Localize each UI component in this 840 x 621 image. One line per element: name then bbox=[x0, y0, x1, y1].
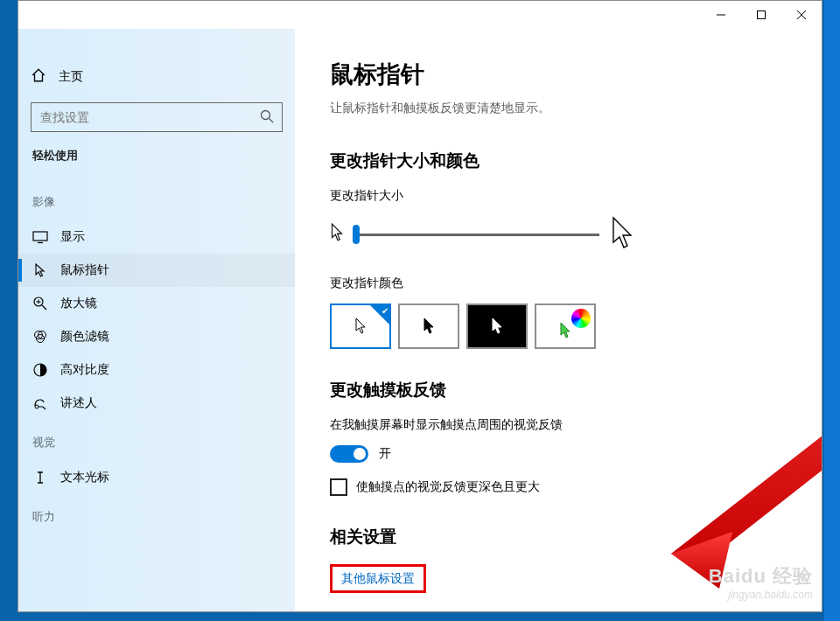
color-filter-icon bbox=[32, 329, 48, 345]
sidebar-section-head: 视觉 bbox=[18, 420, 295, 461]
sidebar-item-text-cursor[interactable]: 文本光标 bbox=[18, 461, 295, 494]
window-titlebar bbox=[18, 1, 822, 29]
content-area: 鼠标指针 让鼠标指针和触摸板反馈更清楚地显示。 更改指针大小和颜色 更改指针大小… bbox=[295, 29, 822, 611]
sidebar-item-label: 文本光标 bbox=[60, 470, 109, 485]
sidebar-item-label: 颜色滤镜 bbox=[60, 329, 109, 345]
cursor-icon bbox=[32, 262, 48, 278]
pointer-color-black[interactable] bbox=[398, 304, 459, 349]
cursor-large-icon bbox=[610, 216, 634, 253]
sidebar-item-display[interactable]: 显示 bbox=[18, 220, 295, 254]
link-other-mouse-settings[interactable]: 其他鼠标设置 bbox=[341, 571, 415, 587]
darker-larger-feedback-checkbox[interactable] bbox=[330, 478, 347, 496]
sidebar-section-head: 听力 bbox=[18, 494, 295, 535]
section-touchpad-feedback: 更改触摸板反馈 bbox=[330, 379, 787, 401]
checkbox-label: 使触摸点的视觉反馈更深色且更大 bbox=[356, 479, 540, 495]
search-input[interactable] bbox=[31, 102, 283, 132]
contrast-icon bbox=[32, 362, 48, 378]
rainbow-icon bbox=[571, 309, 591, 328]
label-change-pointer-color: 更改指针颜色 bbox=[330, 276, 787, 291]
toggle-on-label: 开 bbox=[379, 446, 391, 462]
window-close-button[interactable] bbox=[781, 1, 822, 29]
pointer-color-row: ✔ bbox=[330, 304, 787, 349]
svg-line-9 bbox=[42, 305, 46, 310]
monitor-icon bbox=[32, 229, 48, 245]
sidebar-item-color-filters[interactable]: 颜色滤镜 bbox=[18, 320, 295, 353]
cursor-small-icon bbox=[330, 223, 344, 246]
sidebar-item-label: 讲述人 bbox=[60, 395, 97, 411]
pointer-color-custom[interactable] bbox=[535, 304, 596, 349]
sidebar: 设置 主页 轻松使用 影像 显示 bbox=[18, 29, 295, 611]
narrator-icon bbox=[32, 395, 48, 411]
desktop-background-edge bbox=[824, 0, 840, 621]
sidebar-item-narrator[interactable]: 讲述人 bbox=[18, 387, 295, 420]
window-minimize-button[interactable] bbox=[701, 1, 741, 29]
pointer-color-white[interactable]: ✔ bbox=[330, 304, 391, 349]
svg-point-16 bbox=[35, 405, 38, 408]
sidebar-section-head: 影像 bbox=[18, 179, 295, 220]
magnifier-icon bbox=[32, 296, 48, 311]
svg-rect-1 bbox=[758, 11, 766, 19]
svg-rect-6 bbox=[33, 232, 47, 241]
svg-line-5 bbox=[270, 119, 274, 123]
toggle-knob bbox=[354, 448, 366, 460]
touch-feedback-toggle[interactable] bbox=[330, 445, 368, 463]
page-title: 鼠标指针 bbox=[330, 59, 787, 90]
sidebar-item-magnifier[interactable]: 放大镜 bbox=[18, 287, 295, 320]
slider-thumb[interactable] bbox=[353, 225, 360, 244]
sidebar-home[interactable]: 主页 bbox=[18, 60, 295, 94]
home-icon bbox=[31, 67, 46, 87]
sidebar-item-label: 高对比度 bbox=[60, 362, 109, 378]
sidebar-item-label: 显示 bbox=[60, 229, 85, 245]
annotation-highlight-box: 其他鼠标设置 bbox=[330, 564, 426, 593]
watermark: Baidu 经验 jingyan.baidu.com bbox=[709, 564, 813, 603]
section-pointer-size-color: 更改指针大小和颜色 bbox=[330, 150, 787, 172]
label-change-pointer-size: 更改指针大小 bbox=[330, 188, 787, 204]
window-maximize-button[interactable] bbox=[741, 1, 781, 29]
sidebar-item-mouse-pointer[interactable]: 鼠标指针 bbox=[18, 254, 295, 287]
pointer-color-inverted[interactable] bbox=[466, 304, 528, 349]
settings-window: 设置 主页 轻松使用 影像 显示 bbox=[18, 0, 822, 612]
sidebar-item-label: 鼠标指针 bbox=[60, 262, 109, 278]
text-cursor-icon bbox=[32, 470, 48, 485]
touchpad-feedback-desc: 在我触摸屏幕时显示触摸点周围的视觉反馈 bbox=[330, 417, 787, 433]
sidebar-item-high-contrast[interactable]: 高对比度 bbox=[18, 353, 295, 387]
pointer-size-slider[interactable] bbox=[354, 234, 599, 236]
sidebar-item-label: 放大镜 bbox=[60, 296, 97, 311]
page-subtitle: 让鼠标指针和触摸板反馈更清楚地显示。 bbox=[330, 101, 787, 116]
search-icon bbox=[260, 109, 274, 123]
sidebar-home-label: 主页 bbox=[59, 69, 83, 85]
pointer-size-slider-row bbox=[330, 216, 787, 253]
sidebar-group-title: 轻松使用 bbox=[18, 148, 295, 164]
back-button[interactable] bbox=[29, 29, 50, 31]
section-related-settings: 相关设置 bbox=[330, 526, 787, 548]
svg-point-4 bbox=[262, 111, 270, 120]
